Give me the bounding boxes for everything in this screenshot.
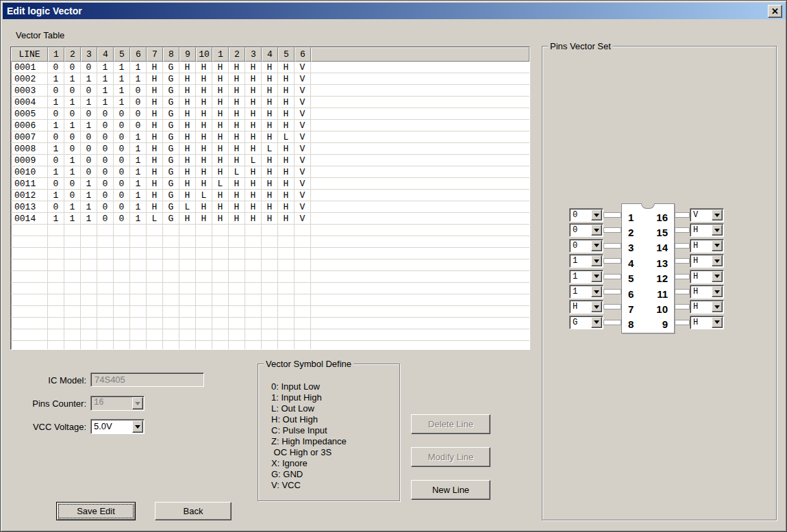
column-header[interactable]: 3 (245, 47, 262, 62)
table-row[interactable]: 0006111000HGHHHHHHHV (11, 120, 529, 131)
column-header[interactable]: 5 (114, 47, 130, 62)
vector-cell (81, 271, 97, 283)
vector-cell: 0 (97, 143, 114, 155)
chevron-down-icon[interactable] (712, 301, 723, 312)
vector-cell: H (179, 190, 196, 201)
pin-1-select[interactable]: 0 (569, 208, 603, 222)
column-header[interactable]: 9 (179, 47, 196, 62)
vector-cell: V (295, 166, 311, 178)
table-row[interactable]: 0001000111HGHHHHHHHV (11, 62, 529, 73)
chevron-down-icon[interactable] (712, 225, 723, 236)
pin-13-select[interactable]: H (690, 254, 724, 268)
vector-cell (64, 236, 81, 248)
pin-5-select[interactable]: 1 (569, 270, 603, 283)
column-header[interactable]: 2 (64, 47, 81, 62)
ic-model-label: IC Model: (21, 375, 86, 385)
column-header[interactable]: 1 (212, 47, 229, 62)
vector-cell: 1 (81, 97, 97, 108)
chevron-down-icon[interactable] (591, 301, 602, 312)
pin-4-select[interactable]: 1 (569, 254, 603, 268)
pin-11-select[interactable]: H (690, 285, 724, 299)
table-row[interactable]: 0009010001HGHHHHLHHV (11, 155, 529, 166)
column-header[interactable]: 4 (97, 47, 114, 62)
vector-cell (81, 248, 97, 259)
chevron-down-icon[interactable] (591, 225, 602, 236)
pin-15-select[interactable]: H (690, 223, 724, 237)
chevron-down-icon[interactable] (712, 286, 723, 297)
pin-16-select[interactable]: V (690, 208, 724, 222)
pin-14-select[interactable]: H (690, 239, 724, 253)
row-filler (311, 73, 529, 85)
pin-6-row: 1 (569, 285, 621, 299)
vector-table-grid[interactable]: LINE12345678910123456 0001000111HGHHHHHH… (10, 47, 530, 350)
table-row[interactable]: 0005000000HGHHHHHHHV (11, 108, 529, 120)
back-button[interactable]: Back (155, 502, 232, 520)
column-header[interactable]: 7 (147, 47, 163, 62)
close-button[interactable]: ✕ (768, 5, 782, 18)
chevron-down-icon[interactable] (591, 317, 602, 328)
pin-3-select[interactable]: 0 (569, 239, 603, 253)
vector-cell: 0 (130, 97, 147, 108)
table-row[interactable]: 0013011001HGLHHHHHHV (11, 201, 529, 213)
pin-lead-icon (603, 289, 621, 294)
column-header[interactable]: 2 (229, 47, 245, 62)
vector-cell: H (278, 62, 295, 73)
chevron-down-icon[interactable] (712, 210, 723, 220)
vector-cell (48, 294, 64, 306)
column-header[interactable]: 10 (196, 47, 212, 62)
chevron-down-icon[interactable] (712, 240, 723, 251)
vector-cell (196, 306, 212, 318)
pins-counter-select: 16 (90, 396, 145, 411)
column-header[interactable]: 8 (163, 47, 179, 62)
pin-7-select[interactable]: H (569, 300, 603, 314)
vector-cell (97, 236, 114, 248)
column-header[interactable]: 6 (295, 47, 311, 62)
vector-symbol-define-group: Vector Symbol Define 0: Input Low1: Inpu… (258, 364, 400, 501)
vector-cell: 1 (64, 155, 81, 166)
column-header[interactable]: 4 (262, 47, 278, 62)
vector-cell: V (295, 201, 311, 213)
pin-12-select[interactable]: H (690, 270, 724, 283)
chevron-down-icon[interactable] (591, 271, 602, 282)
vector-cell (295, 225, 311, 236)
column-header[interactable]: 6 (130, 47, 147, 62)
chevron-down-icon[interactable] (591, 255, 602, 266)
new-line-button[interactable]: New Line (411, 480, 490, 500)
table-row[interactable]: 0007000001HGHHHHHHLV (11, 131, 529, 143)
pin-6-select[interactable]: 1 (569, 285, 603, 299)
table-row[interactable]: 0014111001LGHHHHHHHV (11, 213, 529, 225)
table-row[interactable]: 0004111110HGHHHHHHHV (11, 97, 529, 108)
table-row[interactable]: 0011001001HGHHLHHHHV (11, 178, 529, 190)
vector-cell: H (278, 120, 295, 131)
vector-cell (64, 306, 81, 318)
edit-logic-vector-dialog: Edit logic Vector ✕ Vector Table LINE123… (0, 0, 787, 532)
chevron-down-icon[interactable] (591, 210, 602, 220)
chevron-down-icon[interactable] (712, 271, 723, 282)
pin-8-select[interactable]: G (569, 316, 603, 329)
table-row[interactable]: 0003000110HGHHHHHHHV (11, 85, 529, 97)
pin-lead-icon (675, 243, 690, 249)
pin-9-select[interactable]: H (690, 316, 724, 329)
vector-cell (245, 306, 262, 318)
vector-cell (147, 329, 163, 341)
save-edit-button[interactable]: Save Edit (56, 502, 136, 520)
table-row[interactable]: 0008100001HGHHHHHLHV (11, 143, 529, 155)
vector-cell (114, 306, 130, 318)
table-row[interactable]: 0002111111HGHHHHHHHV (11, 73, 529, 85)
pin-2-select[interactable]: 0 (569, 223, 603, 237)
chevron-down-icon[interactable] (712, 255, 723, 266)
column-header[interactable]: 3 (81, 47, 97, 62)
chevron-down-icon[interactable] (132, 420, 143, 433)
chevron-down-icon[interactable] (591, 286, 602, 297)
vcc-voltage-select[interactable]: 5.0V (90, 419, 145, 434)
column-header[interactable]: LINE (11, 47, 48, 62)
column-header[interactable]: 5 (278, 47, 295, 62)
chevron-down-icon[interactable] (712, 317, 723, 328)
chevron-down-icon[interactable] (591, 240, 602, 251)
pin-10-select[interactable]: H (690, 300, 724, 314)
table-row-empty (11, 306, 529, 318)
table-row[interactable]: 0010110001HGHHHLHHHV (11, 166, 529, 178)
title-bar[interactable]: Edit logic Vector ✕ (3, 3, 786, 19)
table-row[interactable]: 0012101001HGHLHHHHHV (11, 190, 529, 201)
column-header[interactable]: 1 (48, 47, 64, 62)
